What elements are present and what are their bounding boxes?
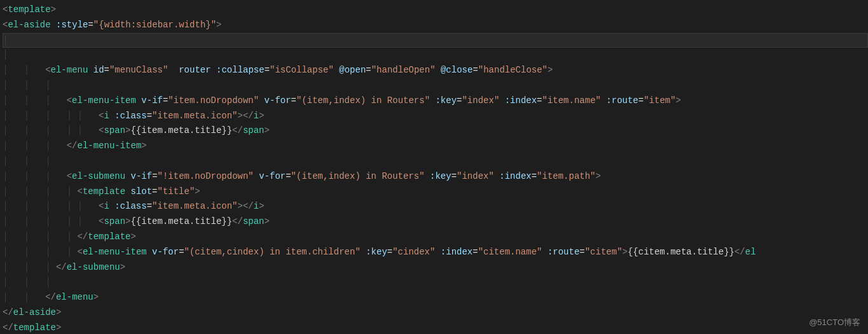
code-token: < [67,95,72,106]
code-token: el-menu [56,292,93,302]
code-token: = [147,111,152,121]
indent-guide: │ [67,214,72,230]
code-token: el-menu-item [72,95,136,106]
indent-guide: │ [24,78,29,94]
code-token: {{item.meta.title}} [130,125,232,136]
code-token [254,171,259,181]
code-line[interactable]: <el-aside :style="{width:sidebar.width}"… [3,18,868,33]
code-token: "{width:sidebar.width}" [93,20,216,30]
code-token: = [88,20,93,30]
code-token: "handleClose" [478,65,548,75]
code-token: "index" [462,95,499,106]
code-line[interactable]: │ │ │ │ │ <i :class="item.meta.icon"></i… [3,199,868,214]
code-token: > [195,186,200,197]
indent-guide: │ [24,214,29,230]
code-token: template [8,4,50,15]
indent-guide: │ [3,78,8,94]
code-token: > [56,323,61,333]
code-line[interactable]: │ [3,33,868,48]
code-line[interactable]: │ │ │ </el-submenu> [3,260,868,275]
code-token [125,171,130,181]
code-token: > [141,141,146,151]
code-token: "item.noDropdown" [168,95,259,106]
code-line[interactable]: </el-aside> [3,305,868,321]
code-token: </ [232,125,243,136]
code-token: :index [499,171,531,181]
indent-guide: │ [77,199,82,214]
code-token: = [152,186,157,197]
code-line[interactable]: │ │ │ [3,154,868,169]
code-token: </ [67,141,78,151]
code-token: el [745,247,756,257]
indent-guide: │ [24,199,29,214]
code-line[interactable]: │ │ │ <el-submenu v-if="!item.noDropdown… [3,169,868,184]
indent-guide: │ [77,123,82,139]
code-token: < [45,65,50,75]
code-line[interactable]: │ │ │ [3,275,868,290]
code-token: = [366,65,371,75]
code-token: = [579,247,584,257]
code-token: slot [131,186,153,197]
code-token: </ [232,216,243,226]
code-editor[interactable]: <template><el-aside :style="{width:sideb… [0,0,868,334]
code-token: = [387,247,392,257]
indent-guide: │ [24,109,29,124]
code-token: "item.path" [537,171,595,181]
code-token: = [472,65,478,75]
indent-guide: │ [67,230,72,245]
code-line[interactable]: │ [3,48,868,63]
code-token: :route [548,247,579,257]
code-line[interactable]: </template> [3,321,868,334]
code-token: el-menu-item [83,247,147,257]
code-token: template [88,232,130,242]
code-token: = [537,95,542,106]
indent-guide: │ [45,230,50,245]
indent-guide: │ [24,290,29,305]
code-line[interactable]: │ │ │ │ </template> [3,230,868,245]
code-token: = [286,171,291,181]
code-token: ></ [238,111,254,121]
code-line[interactable]: │ │ │ │ │ <span>{{item.meta.title}}</spa… [3,123,868,139]
code-token: el-menu [51,65,88,75]
code-line[interactable]: │ │ │ │ │ <span>{{item.meta.title}}</spa… [3,214,868,230]
indent-guide: │ [3,245,8,260]
code-line[interactable]: │ │ │ │ <template slot="title"> [3,184,868,200]
code-line[interactable]: │ │ │ [3,78,868,94]
code-line[interactable]: │ │ │ <el-menu-item v-if="item.noDropdow… [3,94,868,109]
code-token [435,247,440,257]
code-line[interactable]: │ │ <el-menu id="menuClass" router :coll… [3,63,868,78]
code-token: :style [56,20,88,30]
code-token: el-submenu [72,171,125,181]
code-line[interactable]: │ │ │ </el-menu-item> [3,139,868,154]
indent-guide: │ [24,184,29,200]
code-token: v-for [259,171,286,181]
indent-guide: │ [3,48,8,63]
indent-guide: │ [3,230,8,245]
code-token: > [259,201,264,211]
code-token: </ [3,323,13,333]
code-token [168,65,179,75]
code-token: v-for [265,95,291,106]
code-line[interactable]: <template> [3,3,868,18]
indent-guide: │ [45,78,50,94]
code-line[interactable]: │ │ </el-menu> [3,290,868,305]
code-token: :class [114,201,146,211]
code-token: "isCollapse" [270,65,334,75]
code-token: "handleOpen" [371,65,436,75]
code-token: :index [505,95,537,106]
indent-guide: │ [45,260,50,275]
code-token: = [179,247,184,257]
indent-guide: │ [45,275,50,290]
watermark: @51CTO博客 [809,315,860,330]
code-line[interactable]: │ │ │ │ <el-menu-item v-for="(citem,cind… [3,245,868,260]
indent-guide: │ [3,109,8,124]
code-token: > [131,232,136,242]
indent-guide: │ [67,123,72,139]
indent-guide: │ [45,154,50,169]
indent-guide: │ [3,154,8,169]
indent-guide: │ [67,245,72,260]
code-line[interactable]: │ │ │ │ │ <i :class="item.meta.icon"></i… [3,109,868,124]
code-token: @open [339,65,366,75]
indent-guide: │ [77,109,82,124]
code-token: > [265,216,270,226]
